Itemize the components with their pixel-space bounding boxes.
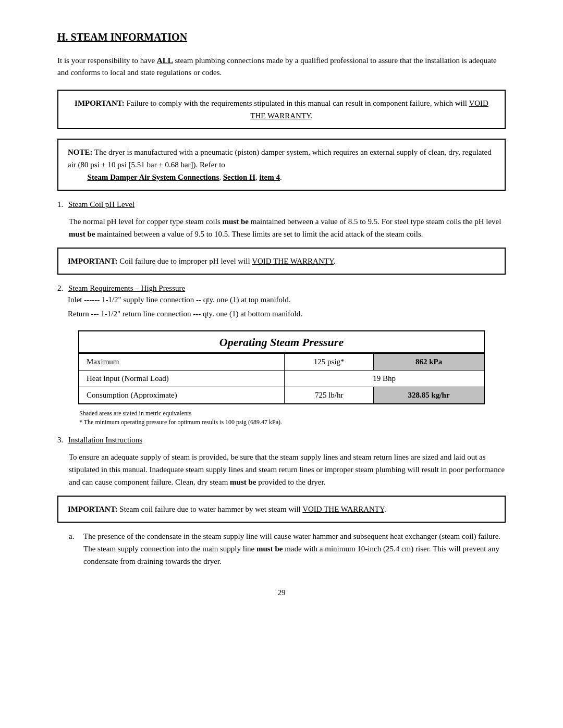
row-consumption-col3: 328.85 kg/hr — [374, 387, 484, 404]
page-title: H. STEAM INFORMATION — [57, 31, 506, 43]
item-2-heading: Steam Requirements – High Pressure — [68, 284, 185, 292]
row-consumption-label: Consumption (Approximate) — [79, 387, 285, 404]
table-row: Consumption (Approximate) 725 lb/hr 328.… — [79, 387, 484, 404]
item-1-heading: Steam Coil pH Level — [68, 200, 134, 208]
shaded-note: Shaded areas are stated in metric equiva… — [79, 410, 485, 417]
return-line: Return --- 1-1/2" return line connection… — [68, 307, 506, 321]
inlet-line: Inlet ------ 1-1/2" supply line connecti… — [68, 293, 506, 307]
row-maximum-col2: 125 psig* — [285, 354, 374, 371]
row-consumption-col2: 725 lb/hr — [285, 387, 374, 404]
steam-table: Maximum 125 psig* 862 kPa Heat Input (No… — [79, 353, 484, 403]
row-heat-col: 19 Bhp — [285, 371, 484, 387]
list-item-2: 2. Steam Requirements – High Pressure In… — [57, 284, 506, 426]
steam-pressure-table-wrapper: Operating Steam Pressure Maximum 125 psi… — [78, 330, 485, 404]
sub-list-3: a. The presence of the condensate in the… — [69, 530, 506, 567]
inlet-return-block: Inlet ------ 1-1/2" supply line connecti… — [68, 293, 506, 321]
table-row: Maximum 125 psig* 862 kPa — [79, 354, 484, 371]
important-label-1: IMPORTANT: — [75, 99, 125, 107]
page-number: 29 — [57, 588, 506, 597]
main-list: 1. Steam Coil pH Level The normal pH lev… — [57, 200, 506, 567]
list-item-3: 3. Installation Instructions To ensure a… — [57, 436, 506, 567]
item-3-heading: Installation Instructions — [68, 436, 142, 444]
item-1-para: The normal pH level for copper type stea… — [69, 215, 506, 240]
row-maximum-col3: 862 kPa — [374, 354, 484, 371]
important-box-ph: IMPORTANT: Coil failure due to improper … — [57, 248, 506, 275]
page: H. STEAM INFORMATION It is your responsi… — [57, 0, 506, 728]
sub-list-item-a: a. The presence of the condensate in the… — [69, 530, 506, 567]
row-maximum-label: Maximum — [79, 354, 285, 371]
list-item-1: 1. Steam Coil pH Level The normal pH lev… — [57, 200, 506, 275]
important-box-1: IMPORTANT: Failure to comply with the re… — [57, 90, 506, 129]
important-box-wetsteam: IMPORTANT: Steam coil failure due to wat… — [57, 496, 506, 523]
row-heat-label: Heat Input (Normal Load) — [79, 371, 285, 387]
item-3-para: To ensure an adequate supply of steam is… — [69, 451, 506, 488]
note-box: NOTE: The dryer is manufactured with a p… — [57, 139, 506, 191]
table-row: Heat Input (Normal Load) 19 Bhp — [79, 371, 484, 387]
intro-paragraph: It is your responsibility to have ALL st… — [57, 55, 506, 78]
table-footnote: * The minimum operating pressure for opt… — [79, 418, 485, 426]
steam-table-title: Operating Steam Pressure — [79, 331, 484, 353]
